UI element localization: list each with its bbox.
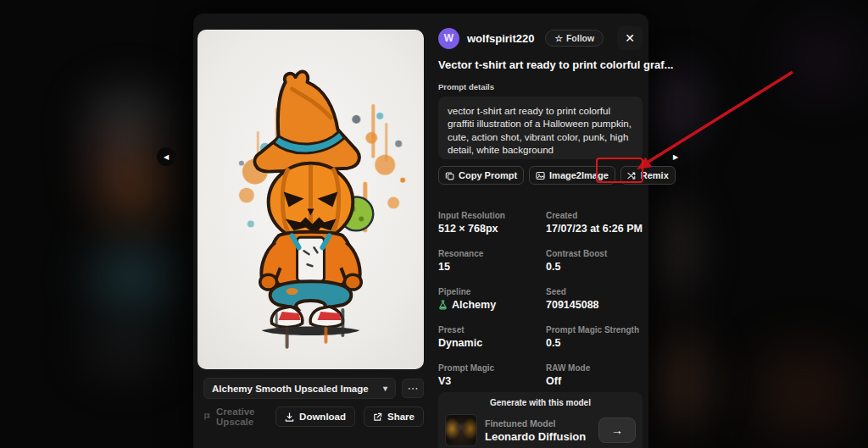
creative-upscale-label: Creative Upscale [216,407,275,427]
generate-with-model-section: Generate with this model Finetuned Model… [438,392,643,448]
copy-prompt-button[interactable]: Copy Prompt [438,166,524,185]
copy-icon [445,171,454,180]
model-card[interactable]: Finetuned Model Leonardo Diffusion → [445,414,636,446]
image-version-label: Alchemy Smooth Upscaled Image [212,384,369,394]
remix-shuffle-icon [627,171,637,180]
meta-contrast-boost: Contrast Boost 0.5 [546,249,643,273]
close-button[interactable]: ✕ [617,26,643,50]
model-thumbnail [445,414,477,446]
star-icon: ☆ [554,33,562,43]
next-arrow-icon: ▶ [673,153,678,161]
image-version-dropdown[interactable]: Alchemy Smooth Upscaled Image ▾ [203,378,396,399]
follow-label: Follow [566,33,594,43]
image2image-button[interactable]: Image2Image [529,166,615,185]
generation-title: Vector t-shirt art ready to print colorf… [438,58,643,71]
meta-seed: Seed 709145088 [546,287,643,311]
blurred-backdrop-maroon [721,288,868,448]
generated-image[interactable] [198,30,424,369]
model-section-heading: Generate with this model [445,398,636,407]
username[interactable]: wolfspirit220 [467,32,534,45]
next-image-button[interactable]: ▶ [666,147,685,166]
meta-prompt-magic-strength: Prompt Magic Strength 0.5 [546,325,643,349]
copy-prompt-label: Copy Prompt [459,170,517,180]
download-icon [285,412,294,422]
blurred-backdrop-purple [746,0,868,136]
close-icon: ✕ [625,31,635,45]
meta-input-resolution: Input Resolution 512 × 768px [438,211,546,235]
blurred-backdrop-left [49,59,198,390]
meta-resonance: Resonance 15 [438,249,546,273]
share-button[interactable]: Share [364,407,424,427]
remix-button[interactable]: Remix [620,166,676,185]
creative-upscale-button[interactable]: Creative Upscale [203,407,275,427]
ellipsis-icon: ⋯ [408,382,419,395]
meta-pipeline: Pipeline Alchemy [438,287,546,311]
prompt-text: vector t-shirt art ready to print colorf… [438,97,643,159]
arrow-right-icon: → [611,423,623,437]
prompt-details-label: Prompt details [438,82,643,91]
generate-with-model-button[interactable]: → [598,418,636,443]
follow-button[interactable]: ☆ Follow [545,30,604,47]
model-name: Leonardo Diffusion [485,430,586,443]
remix-label: Remix [641,170,669,180]
model-type-label: Finetuned Model [485,418,586,429]
previous-image-button[interactable]: ◀ [157,147,175,166]
more-options-button[interactable]: ⋯ [402,379,424,398]
generation-metadata: Input Resolution 512 × 768px Created 17/… [438,211,643,387]
share-icon [373,412,382,422]
meta-preset: Preset Dynamic [438,325,546,349]
meta-raw-mode: RAW Mode Off [546,363,643,387]
image2image-label: Image2Image [549,170,609,180]
pumpkin-artwork [198,30,424,369]
avatar[interactable]: W [438,28,459,49]
upscale-flag-icon [203,412,211,422]
blurred-backdrop-right [649,25,743,432]
image-icon [536,171,545,180]
prev-arrow-icon: ◀ [164,153,169,161]
flask-icon [438,300,448,310]
meta-prompt-magic: Prompt Magic V3 [438,363,546,387]
download-button[interactable]: Download [275,407,355,427]
creator-header: W wolfspirit220 ☆ Follow ✕ [438,25,643,51]
share-label: Share [387,412,415,422]
image-detail-modal: Alchemy Smooth Upscaled Image ▾ ⋯ Creati… [193,14,648,448]
meta-created: Created 17/07/23 at 6:26 PM [546,211,643,235]
download-label: Download [299,412,346,422]
chevron-down-icon: ▾ [383,384,387,393]
